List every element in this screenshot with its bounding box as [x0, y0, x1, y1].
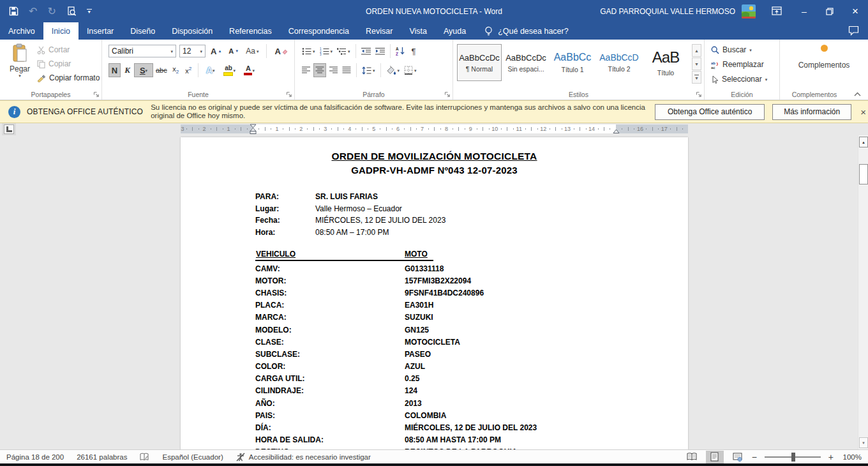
tab-disposicion[interactable]: Disposición — [163, 22, 221, 40]
redo-icon[interactable]: ↻ — [47, 6, 56, 17]
language-indicator[interactable]: Español (Ecuador) — [162, 453, 223, 461]
bold-button[interactable]: N — [108, 63, 121, 77]
eraser-icon — [282, 49, 288, 54]
styles-scroll-up-icon[interactable]: ▲ — [692, 44, 701, 57]
style-titulo-1[interactable]: AaBbCc Título 1 — [550, 44, 595, 81]
scrollbar-thumb[interactable] — [859, 164, 868, 184]
align-left-button[interactable] — [300, 63, 313, 77]
tab-inicio[interactable]: Inicio — [43, 22, 79, 40]
vertical-scrollbar[interactable]: ▲ ▼ — [858, 135, 868, 449]
strikethrough-button[interactable]: abc — [154, 63, 169, 77]
style-titulo[interactable]: AaB Título — [643, 44, 688, 81]
replace-button[interactable]: abac Reemplazar — [711, 59, 767, 70]
superscript-button[interactable]: x2 — [183, 63, 195, 77]
page-indicator[interactable]: Página 18 de 200 — [6, 453, 64, 461]
justify-button[interactable] — [340, 63, 353, 77]
decrease-indent-button[interactable] — [359, 44, 373, 58]
find-button[interactable]: Buscar ▾ — [711, 45, 767, 55]
ruler-tick — [223, 128, 223, 130]
tab-correspondencia[interactable]: Correspondencia — [280, 22, 357, 40]
subscript-button[interactable]: x2 — [170, 63, 182, 77]
font-family-combo[interactable]: Calibri ▾ — [108, 45, 176, 57]
numbering-button[interactable]: 123 ▾ — [318, 44, 335, 58]
horizontal-ruler[interactable]: 32112345678910111213141617 — [181, 124, 688, 133]
ruler-tick — [198, 128, 199, 130]
vehicle-value: 157FMI3B2X22094 — [405, 276, 471, 285]
right-indent-marker[interactable] — [613, 128, 620, 134]
style-normal[interactable]: AaBbCcDc ¶ Normal — [457, 44, 502, 81]
tab-vista[interactable]: Vista — [401, 22, 435, 40]
zoom-slider[interactable] — [765, 456, 821, 458]
tab-revisar[interactable]: Revisar — [357, 22, 401, 40]
print-layout-button[interactable] — [706, 451, 724, 463]
print-preview-icon[interactable] — [66, 6, 77, 17]
scroll-down-icon[interactable]: ▼ — [859, 437, 868, 448]
restore-button[interactable] — [817, 0, 842, 22]
styles-scroll-down-icon[interactable]: ▼ — [692, 57, 701, 70]
ribbon-display-options-icon[interactable] — [766, 0, 788, 22]
styles-more-icon[interactable]: ▼ — [692, 71, 701, 84]
copy-button[interactable]: Copiar — [37, 58, 100, 70]
collapse-ribbon-icon[interactable] — [853, 91, 862, 97]
proofing-status[interactable] — [140, 453, 149, 462]
align-center-button[interactable] — [313, 63, 326, 77]
tab-archivo[interactable]: Archivo — [0, 22, 43, 40]
multilevel-list-button[interactable]: ▾ — [335, 44, 352, 58]
highlight-button[interactable]: ab ▾ — [220, 63, 239, 77]
document-page[interactable]: ORDEN DE MOVILIZACIÓN MOTOCICLETA GADPR-… — [181, 137, 688, 449]
undo-icon[interactable]: ↶ — [29, 6, 37, 17]
shrink-font-button[interactable]: A▼ — [227, 44, 241, 58]
tab-ayuda[interactable]: Ayuda — [435, 22, 474, 40]
indent-markers[interactable] — [250, 124, 257, 135]
font-color-button[interactable]: A ▾ — [240, 63, 259, 77]
window-bottom-edge — [0, 463, 868, 466]
paste-button[interactable]: Pegar ▾ — [5, 43, 34, 88]
italic-button[interactable]: K — [121, 63, 133, 77]
account-name[interactable]: GAD PARROQUIAL VALLE HERMOSO — [600, 7, 735, 16]
minimize-button[interactable]: – — [791, 0, 817, 22]
style-titulo-2[interactable]: AaBbCcD Título 2 — [597, 44, 641, 81]
line-spacing-button[interactable]: ▾ — [360, 63, 377, 77]
clear-formatting-button[interactable]: A — [273, 44, 289, 58]
sort-button[interactable]: AZ — [394, 44, 407, 58]
align-right-button[interactable] — [327, 63, 340, 77]
grow-font-button[interactable]: A▲ — [209, 44, 223, 58]
font-size-combo[interactable]: 12 ▾ — [179, 45, 206, 57]
customize-qat-icon[interactable]: ▼ — [87, 9, 92, 13]
accessibility-status[interactable]: Accesibilidad: es necesario investigar — [236, 453, 371, 462]
bullets-button[interactable]: ▾ — [300, 44, 317, 58]
notice-close-icon[interactable]: × — [860, 107, 866, 117]
zoom-in-icon[interactable]: + — [828, 453, 834, 462]
style-sin-espaciado[interactable]: AaBbCcDc Sin espaci... — [504, 44, 548, 81]
account-avatar[interactable] — [742, 4, 756, 19]
close-button[interactable]: × — [842, 0, 868, 22]
cut-button[interactable]: Cortar — [37, 44, 100, 56]
scroll-up-icon[interactable]: ▲ — [859, 137, 868, 147]
select-button[interactable]: Seleccionar ▾ — [711, 74, 767, 84]
tell-me-box[interactable]: ¿Qué desea hacer? — [484, 22, 569, 40]
shading-button[interactable]: ▾ — [384, 63, 402, 77]
change-case-button[interactable]: Aa▾ — [244, 44, 260, 58]
word-count[interactable]: 26161 palabras — [77, 453, 127, 461]
increase-indent-button[interactable] — [373, 44, 387, 58]
zoom-out-icon[interactable]: − — [752, 453, 757, 462]
underline-button[interactable]: S▾ — [134, 63, 153, 77]
text-effects-button[interactable]: A▾ — [202, 63, 220, 77]
paste-dropdown-icon[interactable]: ▾ — [19, 73, 21, 78]
tab-stop-selector[interactable] — [2, 123, 16, 135]
save-icon[interactable] — [9, 6, 19, 16]
zoom-slider-thumb[interactable] — [791, 453, 795, 462]
complementos-button[interactable]: Complementos — [780, 45, 868, 70]
zoom-level[interactable]: 100% — [839, 453, 862, 461]
more-info-button[interactable]: Más información — [772, 104, 851, 120]
feedback-icon[interactable] — [848, 26, 859, 36]
tab-insertar[interactable]: Insertar — [79, 22, 122, 40]
tab-referencias[interactable]: Referencias — [221, 22, 280, 40]
web-layout-button[interactable] — [729, 451, 747, 463]
show-paragraph-marks-button[interactable]: ¶ — [408, 44, 420, 58]
borders-button[interactable]: ▾ — [402, 63, 419, 77]
get-genuine-office-button[interactable]: Obtenga Office auténtico — [655, 104, 765, 120]
tab-diseno[interactable]: Diseño — [122, 22, 163, 40]
read-mode-button[interactable] — [683, 451, 701, 463]
format-painter-button[interactable]: Copiar formato — [37, 72, 100, 84]
